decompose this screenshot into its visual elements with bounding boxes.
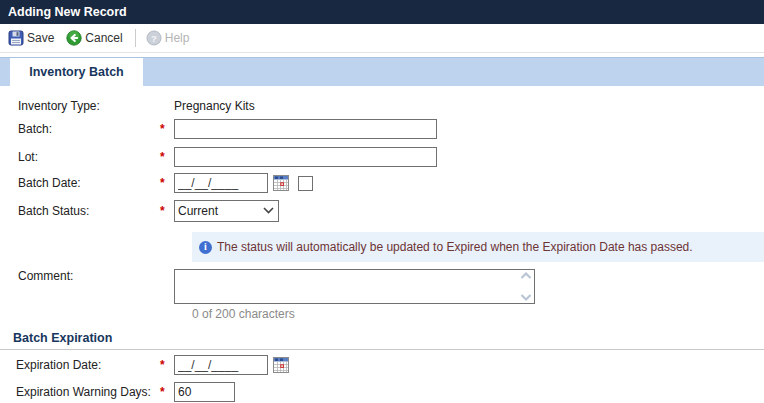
character-counter: 0 of 200 characters: [192, 307, 764, 321]
expiration-date-input[interactable]: [174, 355, 268, 375]
batch-date-input[interactable]: [174, 173, 268, 193]
info-icon: i: [199, 241, 212, 254]
inventory-type-value: Pregnancy Kits: [174, 99, 255, 113]
textarea-scrollbar[interactable]: [518, 270, 534, 303]
required-asterisk: *: [160, 204, 174, 218]
required-asterisk: *: [160, 150, 174, 164]
info-banner: i The status will automatically be updat…: [192, 232, 764, 262]
lot-input[interactable]: [174, 147, 437, 167]
tab-bar: Inventory Batch: [0, 57, 764, 86]
required-asterisk: *: [160, 358, 174, 372]
batch-label: Batch:: [0, 122, 160, 136]
save-icon: [8, 30, 24, 46]
info-message: The status will automatically be updated…: [217, 240, 693, 254]
expiration-warning-days-input[interactable]: [174, 382, 235, 402]
required-asterisk: *: [160, 122, 174, 136]
page-title: Adding New Record: [8, 5, 127, 19]
expiration-warning-days-label: Expiration Warning Days:: [0, 385, 160, 399]
tab-inventory-batch[interactable]: Inventory Batch: [10, 58, 143, 86]
help-icon: ?: [146, 30, 162, 46]
scroll-down-icon: [520, 293, 532, 302]
lot-row: Lot: *: [0, 147, 764, 167]
batch-status-select-wrap: Current: [174, 200, 279, 222]
inventory-type-label: Inventory Type:: [0, 99, 160, 113]
batch-date-checkbox[interactable]: [298, 176, 313, 191]
form-area: Inventory Type: Pregnancy Kits Batch: * …: [0, 86, 764, 402]
batch-input[interactable]: [174, 119, 437, 139]
cancel-icon: [66, 30, 82, 46]
comment-row: Comment:: [0, 269, 764, 304]
batch-row: Batch: *: [0, 119, 764, 139]
help-button[interactable]: ? Help: [146, 30, 190, 46]
section-header-batch-expiration: Batch Expiration: [0, 331, 764, 350]
svg-text:?: ?: [151, 33, 157, 44]
required-asterisk: *: [160, 176, 174, 190]
comment-textarea-wrap: [174, 269, 535, 304]
save-label: Save: [27, 31, 54, 45]
batch-status-select[interactable]: Current: [174, 200, 279, 222]
batch-date-row: Batch Date: *: [0, 173, 764, 193]
comment-textarea[interactable]: [175, 270, 517, 303]
batch-date-calendar-button[interactable]: [273, 175, 289, 191]
calendar-icon: [273, 175, 289, 191]
expiration-date-calendar-button[interactable]: [273, 357, 289, 373]
expiration-date-label: Expiration Date:: [0, 358, 160, 372]
expiration-date-row: Expiration Date: *: [0, 355, 764, 375]
lot-label: Lot:: [0, 150, 160, 164]
scroll-up-icon: [520, 271, 532, 280]
tab-label: Inventory Batch: [29, 65, 123, 79]
batch-status-label: Batch Status:: [0, 204, 160, 218]
save-button[interactable]: Save: [8, 30, 54, 46]
help-label: Help: [165, 31, 190, 45]
batch-status-row: Batch Status: * Current: [0, 200, 764, 222]
title-bar: Adding New Record: [0, 0, 764, 24]
comment-label: Comment:: [0, 269, 160, 283]
toolbar-divider: [135, 29, 136, 47]
required-asterisk: *: [160, 385, 174, 399]
inventory-type-row: Inventory Type: Pregnancy Kits: [0, 99, 764, 113]
toolbar: Save Cancel ? Help: [0, 24, 764, 53]
cancel-button[interactable]: Cancel: [66, 30, 122, 46]
calendar-icon: [273, 357, 289, 373]
batch-date-label: Batch Date:: [0, 176, 160, 190]
expiration-warning-days-row: Expiration Warning Days: *: [0, 382, 764, 402]
cancel-label: Cancel: [85, 31, 122, 45]
